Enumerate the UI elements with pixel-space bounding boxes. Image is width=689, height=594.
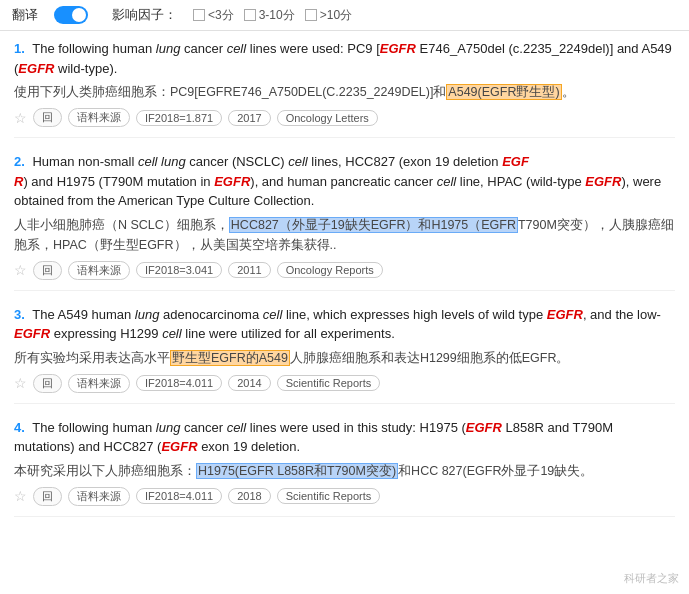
- result-2-en: 2. Human non-small cell lung cancer (NSC…: [14, 152, 675, 211]
- result-1-year-tag: 2017: [228, 110, 270, 126]
- result-1-circle[interactable]: 回: [33, 108, 62, 127]
- result-3-en: 3. The A549 human lung adenocarcinoma ce…: [14, 305, 675, 344]
- result-3-year-tag: 2014: [228, 375, 270, 391]
- result-2-if-tag: IF2018=3.041: [136, 262, 222, 278]
- result-2-gene-egfr3: EGFR: [585, 174, 621, 189]
- result-2-circle[interactable]: 回: [33, 261, 62, 280]
- result-4-star[interactable]: ☆: [14, 488, 27, 504]
- result-1-lung-1: lung: [156, 41, 181, 56]
- result-2-year-tag: 2011: [228, 262, 270, 278]
- result-1-if-tag: IF2018=1.871: [136, 110, 222, 126]
- results-content: 1. The following human lung cancer cell …: [0, 31, 689, 539]
- result-1-number: 1.: [14, 41, 25, 56]
- result-4-gene-egfr2: EGFR: [161, 439, 197, 454]
- result-1-gene-egfr1: EGFR: [380, 41, 416, 56]
- result-3-number: 3.: [14, 307, 25, 322]
- result-1-cn: 使用下列人类肺癌细胞系：PC9[EGFRE746_A750DEL(C.2235_…: [14, 82, 675, 102]
- result-4-cell-1: cell: [227, 420, 247, 435]
- filter-gt10-checkbox[interactable]: [305, 9, 317, 21]
- result-2-cell-1: cell: [288, 154, 308, 169]
- result-4-lung: lung: [156, 420, 181, 435]
- result-4-cn-highlight: H1975(EGFR L858R和T790M突变): [196, 463, 398, 479]
- result-item-1: 1. The following human lung cancer cell …: [14, 39, 675, 138]
- result-4-circle[interactable]: 回: [33, 487, 62, 506]
- filter-3to10-checkbox[interactable]: [244, 9, 256, 21]
- result-4-if-tag: IF2018=4.011: [136, 488, 222, 504]
- result-3-circle[interactable]: 回: [33, 374, 62, 393]
- watermark: 科研者之家: [624, 571, 679, 586]
- result-2-cn-highlight: HCC827（外显子19缺失EGFR）和H1975（EGFR: [229, 217, 518, 233]
- toggle-knob: [72, 8, 86, 22]
- result-4-year-tag: 2018: [228, 488, 270, 504]
- result-1-source-tag[interactable]: 语料来源: [68, 108, 130, 127]
- result-1-journal-tag[interactable]: Oncology Letters: [277, 110, 378, 126]
- result-1-cell-1: cell: [227, 41, 247, 56]
- result-1-star[interactable]: ☆: [14, 110, 27, 126]
- filter-group: <3分 3-10分 >10分: [193, 7, 352, 24]
- result-3-lung: lung: [135, 307, 160, 322]
- result-3-cell-2: cell: [162, 326, 182, 341]
- result-2-source-tag[interactable]: 语料来源: [68, 261, 130, 280]
- result-1-cn-highlight: A549(EGFR野生型): [446, 84, 561, 100]
- result-2-cell-lung: cell lung: [138, 154, 186, 169]
- filter-lt3-checkbox[interactable]: [193, 9, 205, 21]
- result-item-2: 2. Human non-small cell lung cancer (NSC…: [14, 152, 675, 291]
- filter-lt3[interactable]: <3分: [193, 7, 234, 24]
- result-3-cell-1: cell: [263, 307, 283, 322]
- filter-gt10[interactable]: >10分: [305, 7, 352, 24]
- result-2-cn: 人非小细胞肺癌（N SCLC）细胞系，HCC827（外显子19缺失EGFR）和H…: [14, 215, 675, 255]
- result-2-number: 2.: [14, 154, 25, 169]
- result-4-journal-tag[interactable]: Scientific Reports: [277, 488, 381, 504]
- result-3-gene-egfr2: EGFR: [14, 326, 50, 341]
- influence-label: 影响因子：: [112, 6, 177, 24]
- result-item-4: 4. The following human lung cancer cell …: [14, 418, 675, 517]
- filter-lt3-label: <3分: [208, 7, 234, 24]
- result-3-journal-tag[interactable]: Scientific Reports: [277, 375, 381, 391]
- result-3-gene-egfr1: EGFR: [547, 307, 583, 322]
- result-3-star[interactable]: ☆: [14, 375, 27, 391]
- result-2-journal-tag[interactable]: Oncology Reports: [277, 262, 383, 278]
- result-2-gene-egfr2: EGFR: [214, 174, 250, 189]
- header-bar: 翻译 影响因子： <3分 3-10分 >10分: [0, 0, 689, 31]
- translate-toggle[interactable]: [54, 6, 88, 24]
- result-4-number: 4.: [14, 420, 25, 435]
- result-4-en: 4. The following human lung cancer cell …: [14, 418, 675, 457]
- result-item-3: 3. The A549 human lung adenocarcinoma ce…: [14, 305, 675, 404]
- result-3-cn: 所有实验均采用表达高水平野生型EGFR的A549人肺腺癌细胞系和表达H1299细…: [14, 348, 675, 368]
- result-4-cn: 本研究采用以下人肺癌细胞系：H1975(EGFR L858R和T790M突变)和…: [14, 461, 675, 481]
- filter-3to10-label: 3-10分: [259, 7, 295, 24]
- result-1-tags: ☆ 回 语料来源 IF2018=1.871 2017 Oncology Lett…: [14, 108, 675, 127]
- result-1-en: 1. The following human lung cancer cell …: [14, 39, 675, 78]
- translate-label: 翻译: [12, 6, 38, 24]
- filter-gt10-label: >10分: [320, 7, 352, 24]
- result-3-if-tag: IF2018=4.011: [136, 375, 222, 391]
- result-4-gene-egfr1: EGFR: [466, 420, 502, 435]
- result-1-gene-egfr2: EGFR: [18, 61, 54, 76]
- result-3-cn-highlight: 野生型EGFR的A549: [170, 350, 290, 366]
- result-2-tags: ☆ 回 语料来源 IF2018=3.041 2011 Oncology Repo…: [14, 261, 675, 280]
- result-4-tags: ☆ 回 语料来源 IF2018=4.011 2018 Scientific Re…: [14, 487, 675, 506]
- result-3-tags: ☆ 回 语料来源 IF2018=4.011 2014 Scientific Re…: [14, 374, 675, 393]
- result-2-star[interactable]: ☆: [14, 262, 27, 278]
- result-2-cell-2: cell: [437, 174, 457, 189]
- result-3-source-tag[interactable]: 语料来源: [68, 374, 130, 393]
- result-4-source-tag[interactable]: 语料来源: [68, 487, 130, 506]
- filter-3to10[interactable]: 3-10分: [244, 7, 295, 24]
